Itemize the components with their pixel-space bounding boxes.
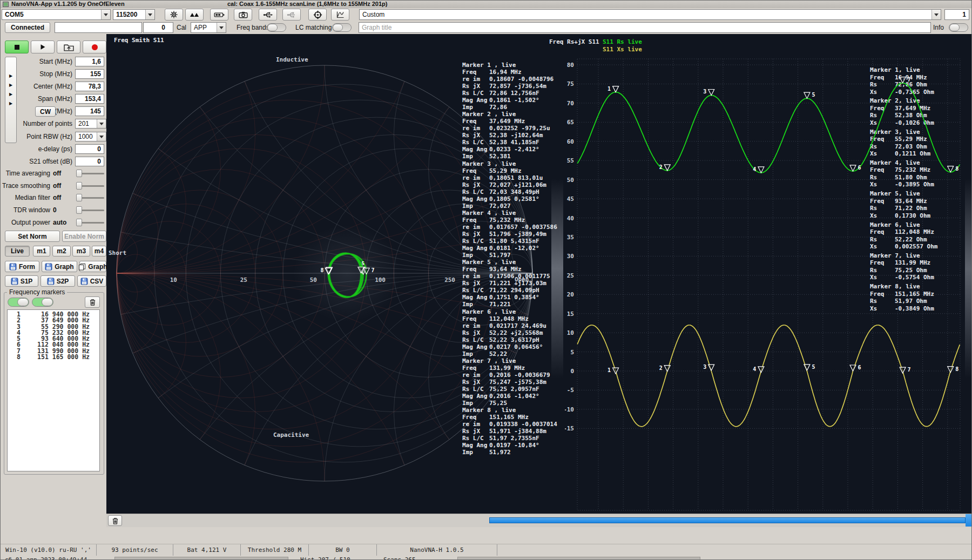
save-form-button[interactable]: Form xyxy=(5,261,39,272)
markers-toggle-2[interactable] xyxy=(32,298,53,307)
slider-label: Median filter xyxy=(1,193,50,202)
copy-graph-button[interactable]: Graph xyxy=(79,261,106,272)
save-graph-button[interactable]: Graph xyxy=(42,261,77,272)
spin-input[interactable]: 1 xyxy=(944,9,969,20)
save-s1p-button[interactable]: S1P xyxy=(5,275,38,287)
graph-marker-header: Marker 6, live xyxy=(870,221,937,229)
cal-mode-select[interactable]: APP xyxy=(191,22,226,33)
expand-arrow-icon[interactable]: ▶ xyxy=(9,101,12,106)
freq-bands-label: Freq bands xyxy=(237,24,269,31)
slider-thumb[interactable] xyxy=(76,194,82,201)
smith-marker-block-1: Marker 1 , liveFreq16,94 MHzre im0,18607… xyxy=(462,62,554,111)
gear-icon xyxy=(170,10,178,19)
target-button[interactable] xyxy=(308,9,327,21)
stop-button[interactable] xyxy=(5,41,29,53)
usb-disabled-button[interactable] xyxy=(282,9,301,21)
expand-arrow-icon[interactable]: ▶ xyxy=(9,92,12,97)
markers-toggle-1[interactable] xyxy=(8,298,29,307)
number-input[interactable]: 0 xyxy=(143,22,173,33)
status-bar-row2: сб 01 апр 2023 00:49:44 Hist 207 / 510 S… xyxy=(1,556,972,560)
stop-icon xyxy=(15,45,19,50)
chevron-down-icon[interactable] xyxy=(97,119,106,128)
status-cell-3: Bat 4,121 V xyxy=(173,544,241,556)
info-toggle[interactable] xyxy=(949,23,968,32)
mem-button-m2[interactable]: m2 xyxy=(52,246,71,257)
save-csv-button[interactable]: CSV xyxy=(77,275,106,287)
delete-markers-button[interactable] xyxy=(85,296,100,308)
chevron-down-icon[interactable] xyxy=(101,10,110,19)
save-s2p-button[interactable]: S2P xyxy=(40,275,75,287)
collapsed-panel-strip[interactable]: ▶▶▶▶ xyxy=(5,57,17,143)
combo-point-rbw-hz-[interactable]: 1000 xyxy=(75,132,106,141)
sweep-progress-end[interactable] xyxy=(966,514,972,527)
field-label: Center (MHz) xyxy=(20,82,72,91)
mem-button-m4[interactable]: m4 xyxy=(92,246,106,257)
mem-button-m1[interactable]: m1 xyxy=(33,246,50,257)
graph-marker-header: Marker 1, live xyxy=(870,66,934,74)
mem-button-live[interactable]: Live xyxy=(5,246,30,257)
camera-icon xyxy=(239,11,248,18)
y-tick-label: 5 xyxy=(570,349,574,356)
usb-button[interactable] xyxy=(259,9,277,21)
usb-icon xyxy=(262,11,273,18)
gear-button[interactable] xyxy=(165,9,183,21)
combo-number-of-points[interactable]: 201 xyxy=(75,119,106,129)
floppy-icon xyxy=(45,263,52,271)
baud-select[interactable]: 115200 xyxy=(113,9,155,20)
field-input-stop[interactable]: 155 xyxy=(75,69,104,79)
field-input[interactable]: 0 xyxy=(75,157,104,166)
connected-button[interactable]: Connected xyxy=(5,22,50,33)
set-norm-button[interactable]: Set Norm xyxy=(5,231,60,242)
freq-bands-toggle[interactable] xyxy=(267,23,286,32)
chart-button[interactable] xyxy=(331,9,349,21)
smith-marker-block-6: Marker 6 , liveFreq112,048 MHzre im0,021… xyxy=(462,308,546,357)
play-button[interactable] xyxy=(31,41,55,53)
com-port-select[interactable]: COM5 xyxy=(2,9,111,20)
record-button[interactable] xyxy=(83,41,106,53)
marker-frequency-list[interactable]: 116 940 000 Hz237 649 000 Hz355 290 000 … xyxy=(7,309,100,471)
title-bar[interactable]: NanoVNA-App v1.1.205 by OneOfEleven cal:… xyxy=(1,1,972,8)
field-input-cw[interactable]: 145 xyxy=(75,106,104,116)
field-label: e-delay (ps) xyxy=(11,144,72,154)
up-arrows-button[interactable] xyxy=(185,9,204,21)
field-input-center[interactable]: 78,3 xyxy=(75,82,104,91)
slider-thumb[interactable] xyxy=(76,182,82,190)
graph-marker-header: Marker 4, live xyxy=(870,159,934,167)
graph-title-input[interactable]: Graph title xyxy=(359,22,931,33)
camera-button[interactable] xyxy=(234,9,252,21)
graph-marker-block-2: Marker 2, liveFreq37,649 MHzRs52,38 OhmX… xyxy=(870,97,934,126)
preset-select[interactable]: Custom xyxy=(359,9,941,20)
clear-markers-button[interactable] xyxy=(108,515,122,526)
load-button[interactable] xyxy=(57,41,80,53)
slider-thumb[interactable] xyxy=(76,219,82,226)
expand-arrow-icon[interactable]: ▶ xyxy=(9,73,12,78)
lc-matching-toggle[interactable] xyxy=(332,23,352,32)
chevron-down-icon[interactable] xyxy=(145,10,154,19)
mem-button-m3[interactable]: m3 xyxy=(72,246,90,257)
field-input-span[interactable]: 153,4 xyxy=(75,94,104,104)
smith-short-label: Short xyxy=(109,249,126,257)
chevron-down-icon[interactable] xyxy=(217,23,226,32)
slider-thumb[interactable] xyxy=(76,206,82,214)
graph-marker-header: Marker 2, live xyxy=(870,97,934,105)
command-input[interactable] xyxy=(55,22,142,33)
smith-marker-header: Marker 3 , live xyxy=(462,160,546,167)
sweep-progress-bar[interactable] xyxy=(489,517,966,523)
smith-marker-block-2: Marker 2 , liveFreq37,649 MHzre im0,0232… xyxy=(462,111,550,160)
slider-thumb[interactable] xyxy=(76,170,82,177)
chevron-down-icon[interactable] xyxy=(97,132,106,141)
floppy-icon xyxy=(9,263,17,271)
cw-button[interactable]: CW xyxy=(35,106,56,117)
slider-label: Trace smoothing xyxy=(1,181,50,190)
battery-button[interactable] xyxy=(210,9,228,21)
y-tick-label: 45 xyxy=(567,195,574,203)
enable-norm-button[interactable]: Enable Norm xyxy=(62,231,106,242)
graph-marker-header: Marker 7, live xyxy=(870,252,934,260)
chevron-down-icon[interactable] xyxy=(932,10,941,19)
panel-glow-bar xyxy=(965,179,972,379)
marker-list-item[interactable]: 8151 165 000 Hz xyxy=(9,354,98,360)
expand-arrow-icon[interactable]: ▶ xyxy=(9,83,12,87)
status-hist: Hist 207 / 510 xyxy=(300,556,350,560)
field-input[interactable]: 0 xyxy=(75,144,104,154)
field-input-start[interactable]: 1,6 xyxy=(75,57,104,66)
